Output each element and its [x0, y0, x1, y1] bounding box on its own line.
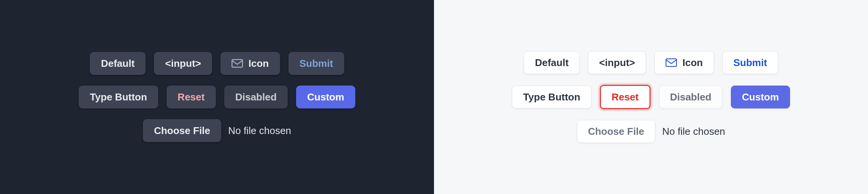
- reset-button[interactable]: Reset: [167, 86, 216, 108]
- svg-rect-1: [666, 59, 677, 66]
- disabled-button-label: Disabled: [235, 92, 277, 102]
- submit-button[interactable]: Submit: [288, 52, 344, 75]
- icon-button[interactable]: Icon: [654, 51, 714, 74]
- input-button-label: <input>: [599, 58, 635, 68]
- disabled-button: Disabled: [659, 86, 722, 108]
- icon-button-label: Icon: [682, 58, 703, 68]
- reset-button[interactable]: Reset: [600, 85, 651, 109]
- custom-button[interactable]: Custom: [731, 86, 790, 108]
- button-row-1: Default <input> Icon Submit: [524, 51, 778, 74]
- file-status-text: No file chosen: [662, 126, 725, 137]
- button-row-1: Default <input> Icon Submit: [90, 52, 344, 75]
- mail-icon: [666, 58, 677, 67]
- button-row-2: Type Button Reset Disabled Custom: [79, 86, 355, 108]
- custom-button[interactable]: Custom: [296, 86, 355, 108]
- icon-button[interactable]: Icon: [220, 52, 280, 75]
- svg-rect-0: [232, 60, 243, 67]
- reset-button-label: Reset: [612, 92, 639, 102]
- file-status-text: No file chosen: [228, 125, 291, 137]
- type-button[interactable]: Type Button: [512, 86, 591, 108]
- submit-button-label: Submit: [734, 58, 767, 68]
- input-button[interactable]: <input>: [154, 52, 212, 75]
- type-button[interactable]: Type Button: [79, 86, 158, 108]
- file-input-row: Choose File No file chosen: [577, 120, 725, 143]
- disabled-button: Disabled: [224, 86, 288, 108]
- default-button[interactable]: Default: [90, 52, 146, 75]
- icon-button-label: Icon: [248, 58, 269, 68]
- input-button-label: <input>: [165, 58, 201, 68]
- dark-theme-panel: Default <input> Icon Submit Type Button …: [0, 0, 434, 194]
- choose-file-button[interactable]: Choose File: [143, 119, 221, 142]
- default-button[interactable]: Default: [524, 51, 580, 74]
- custom-button-label: Custom: [307, 92, 344, 102]
- submit-button-label: Submit: [300, 58, 333, 68]
- custom-button-label: Custom: [742, 92, 779, 102]
- file-input-row: Choose File No file chosen: [143, 119, 291, 142]
- mail-icon: [232, 59, 243, 68]
- input-button[interactable]: <input>: [588, 51, 646, 74]
- type-button-label: Type Button: [90, 92, 147, 102]
- light-theme-panel: Default <input> Icon Submit Type Button …: [434, 0, 868, 194]
- choose-file-label: Choose File: [154, 126, 210, 136]
- default-button-label: Default: [535, 58, 568, 68]
- submit-button[interactable]: Submit: [722, 51, 778, 74]
- choose-file-label: Choose File: [588, 126, 644, 136]
- type-button-label: Type Button: [523, 92, 580, 102]
- disabled-button-label: Disabled: [670, 92, 711, 102]
- reset-button-label: Reset: [178, 92, 205, 102]
- default-button-label: Default: [101, 58, 134, 68]
- button-row-2: Type Button Reset Disabled Custom: [512, 85, 790, 109]
- choose-file-button[interactable]: Choose File: [577, 120, 655, 143]
